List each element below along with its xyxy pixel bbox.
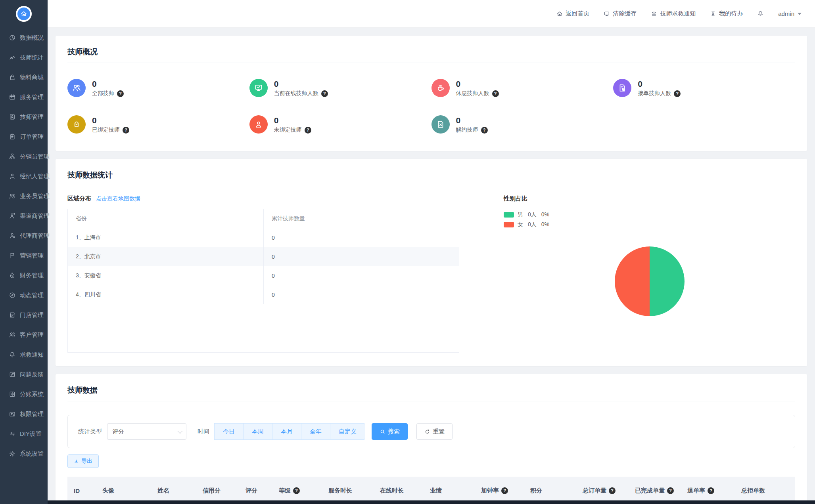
sidebar-item-label: 订单管理 xyxy=(20,133,44,141)
region-table: 省份累计技师数量 1、上海市 0 2、 xyxy=(67,209,459,353)
time-option-button[interactable]: 全年 xyxy=(301,423,330,440)
help-icon[interactable]: ? xyxy=(667,487,674,494)
column-header: 服务时长 xyxy=(328,487,380,494)
column-header: 在线时长 xyxy=(380,487,430,494)
export-button[interactable]: 导出 xyxy=(67,454,99,468)
notifications-button[interactable] xyxy=(757,10,764,17)
sidebar-item[interactable]: 动态管理 xyxy=(0,285,48,305)
help-icon[interactable]: ? xyxy=(674,90,681,97)
sidebar-item[interactable]: 系统设置 xyxy=(0,444,48,464)
sidebar-item[interactable]: DIY设置 xyxy=(0,424,48,444)
sidebar-item[interactable]: 订单管理 xyxy=(0,127,48,147)
stat-value: 0 xyxy=(638,79,681,89)
table-row: 4、四川省 0 xyxy=(68,285,459,304)
doc-check-icon xyxy=(617,83,627,93)
top-bar: 返回首页 清除缓存 技师求救通知 我的待办 xyxy=(48,0,815,28)
province-cell: 4、四川省 xyxy=(68,285,263,304)
sidebar-item[interactable]: 客户管理 xyxy=(0,325,48,345)
sidebar-item[interactable]: 渠道商管理 xyxy=(0,206,48,226)
stat-type-select[interactable]: 评分 xyxy=(107,423,186,440)
sidebar-item[interactable]: 权限管理 xyxy=(0,404,48,424)
org-icon xyxy=(9,153,16,160)
person-badge-icon xyxy=(9,113,16,120)
gear-icon xyxy=(9,450,16,457)
bell-icon xyxy=(9,351,16,358)
sidebar-item-label: 代理商管理 xyxy=(20,232,50,240)
stat-value: 0 xyxy=(92,79,124,89)
sidebar-item-label: 数据概况 xyxy=(20,34,44,42)
bottom-scrollbar[interactable] xyxy=(48,500,815,504)
gender-pie-chart xyxy=(615,246,685,316)
proxy-icon xyxy=(9,232,16,239)
sidebar-item-label: 物料商城 xyxy=(20,74,44,81)
channel-icon xyxy=(9,212,16,220)
view-map-link[interactable]: 点击查看地图数据 xyxy=(96,195,140,202)
overview-card: 技师概况 0 全部技师 ? xyxy=(56,36,807,151)
stat-label: 当前在线技师人数 xyxy=(274,90,318,97)
sidebar-item[interactable]: 分账系统 xyxy=(0,384,48,404)
sidebar-item-label: 分账系统 xyxy=(20,391,44,398)
stat-label: 休息技师人数 xyxy=(456,90,489,97)
user-menu[interactable]: admin xyxy=(778,10,802,17)
time-option-button[interactable]: 今日 xyxy=(214,423,244,440)
help-icon[interactable]: ? xyxy=(609,487,616,494)
column-header: 加钟率 ? xyxy=(481,487,530,494)
sidebar-item[interactable]: 物料商城 xyxy=(0,67,48,87)
sidebar-item[interactable]: 技师管理 xyxy=(0,107,48,127)
sidebar-item-label: 技师管理 xyxy=(20,113,44,121)
time-range-group: 今日 本周 本月 全年 自定义 xyxy=(215,423,365,440)
sidebar-item[interactable]: 求救通知 xyxy=(0,345,48,365)
stat-item: 0 已绑定技师 ? xyxy=(67,111,249,137)
column-header: ID xyxy=(67,487,102,494)
sidebar-item[interactable]: 经纪人管理 xyxy=(0,166,48,186)
stat-item: 0 接单技师人数 ? xyxy=(613,75,795,101)
province-cell: 2、北京市 xyxy=(68,247,263,266)
sidebar-item[interactable]: 营销管理 xyxy=(0,246,48,265)
sidebar-item[interactable]: 问题反馈 xyxy=(0,365,48,384)
time-option-button[interactable]: 自定义 xyxy=(330,423,365,440)
sidebar: 数据概况 技师统计 物料商城 服务管理 xyxy=(0,0,48,504)
ledger-icon xyxy=(9,391,16,398)
header-link[interactable]: 我的待办 xyxy=(710,10,743,17)
help-icon[interactable]: ? xyxy=(293,487,300,494)
column-header: 评分 xyxy=(245,487,279,494)
sidebar-item[interactable]: 技师统计 xyxy=(0,48,48,67)
column-header: 头像 xyxy=(102,487,157,494)
region-distribution: 区域分布 点击查看地图数据 省份累计技师数量 1、上海市 xyxy=(67,192,459,353)
search-button[interactable]: 搜索 xyxy=(372,423,408,440)
gender-ratio: 性别占比 男 0人 0% xyxy=(504,192,795,353)
sidebar-item[interactable]: 门店管理 xyxy=(0,305,48,325)
help-icon[interactable]: ? xyxy=(305,127,311,134)
count-cell: 0 xyxy=(263,285,459,304)
header-link[interactable]: 返回首页 xyxy=(556,10,589,17)
people-icon xyxy=(72,83,81,93)
header-link[interactable]: 技师求救通知 xyxy=(651,10,696,17)
help-icon[interactable]: ? xyxy=(501,487,508,494)
sidebar-item[interactable]: 分销员管理 xyxy=(0,147,48,166)
stat-value: 0 xyxy=(456,115,488,125)
time-option-button[interactable]: 本周 xyxy=(243,423,272,440)
help-icon[interactable]: ? xyxy=(123,127,129,134)
count-cell: 0 xyxy=(263,247,459,266)
header-link[interactable]: 清除缓存 xyxy=(604,10,637,17)
hourglass-icon xyxy=(710,11,716,17)
data-card: 技师数据 统计类型 评分 时间 今日 本周 xyxy=(56,374,807,504)
sidebar-item[interactable]: 服务管理 xyxy=(0,87,48,107)
legend-item[interactable]: 男 0人 0% xyxy=(504,211,795,218)
time-option-button[interactable]: 本月 xyxy=(272,423,301,440)
column-header: 等级 ? xyxy=(279,487,328,494)
sidebar-item[interactable]: 业务员管理 xyxy=(0,186,48,206)
app-logo[interactable] xyxy=(16,6,32,22)
help-icon[interactable]: ? xyxy=(481,127,488,134)
sidebar-item[interactable]: 代理商管理 xyxy=(0,226,48,246)
help-icon[interactable]: ? xyxy=(708,487,714,494)
reset-button[interactable]: 重置 xyxy=(416,423,453,440)
legend-item[interactable]: 女 0人 0% xyxy=(504,221,795,228)
card-title: 技师数据 xyxy=(67,385,795,395)
sidebar-item-label: 权限管理 xyxy=(20,410,44,418)
help-icon[interactable]: ? xyxy=(321,90,328,97)
help-icon[interactable]: ? xyxy=(117,90,124,97)
sidebar-item[interactable]: 数据概况 xyxy=(0,28,48,48)
help-icon[interactable]: ? xyxy=(492,90,499,97)
sidebar-item[interactable]: 财务管理 xyxy=(0,265,48,285)
